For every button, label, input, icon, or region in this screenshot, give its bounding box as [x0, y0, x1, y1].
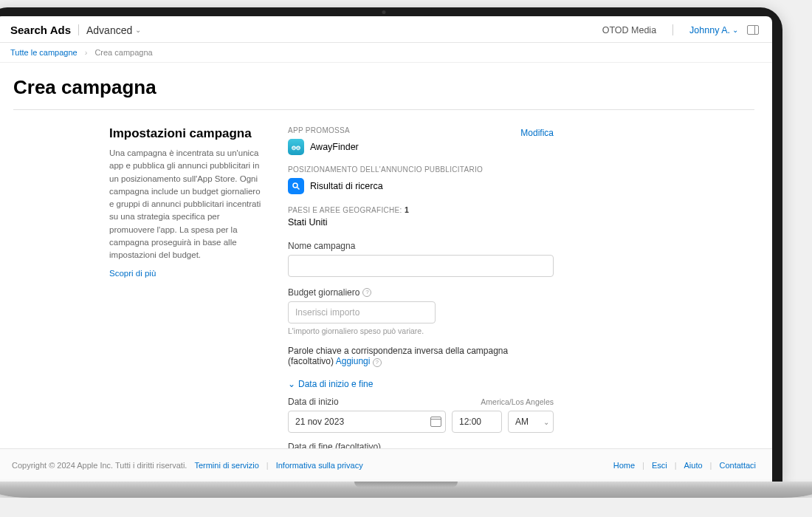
app-icon: ⌾⌾: [288, 139, 304, 155]
help-icon[interactable]: ?: [362, 288, 371, 297]
placement-value: Risultati di ricerca: [310, 181, 383, 191]
countries-label: PAESI E AREE GEOGRAFICHE:: [288, 206, 402, 214]
panel-toggle-icon[interactable]: [747, 25, 759, 35]
start-ampm-field: ⌄: [508, 411, 554, 433]
placement-icon: [288, 178, 304, 194]
daily-budget-caption: L'importo giornaliero speso può variare.: [288, 326, 436, 335]
top-header: Search Ads Advanced ⌄ OTOD Media Johnny …: [0, 16, 772, 43]
main-content: Crea campagna Impostazioni campagna Una …: [0, 63, 772, 448]
start-date-field: [288, 411, 446, 433]
title-divider: [13, 109, 754, 110]
user-menu[interactable]: Johnny A. ⌄: [689, 25, 738, 35]
chevron-down-icon: ⌄: [732, 26, 738, 34]
timezone-label: America/Los Angeles: [481, 397, 554, 406]
start-time-input[interactable]: [452, 411, 502, 433]
chevron-down-icon: ⌄: [543, 418, 549, 426]
tier-label: Advanced: [86, 24, 132, 36]
calendar-icon[interactable]: [430, 417, 441, 427]
logout-link[interactable]: Esci: [652, 461, 667, 470]
start-date-input[interactable]: [288, 411, 446, 433]
laptop-base-notch: [354, 482, 458, 487]
app-name: AwayFinder: [310, 142, 359, 152]
laptop-frame: Search Ads Advanced ⌄ OTOD Media Johnny …: [0, 7, 782, 482]
page-footer: Copyright © 2024 Apple Inc. Tutti i diri…: [0, 448, 772, 482]
footer-sep: |: [675, 461, 677, 470]
sidebar-heading: Impostazioni campagna: [109, 126, 264, 141]
footer-sep: |: [266, 461, 269, 470]
footer-sep: |: [642, 461, 644, 470]
breadcrumb: Tutte le campagne › Crea campagna: [0, 43, 772, 63]
add-negative-keywords-link[interactable]: Aggiungi: [336, 356, 371, 366]
countries-count: 1: [405, 205, 409, 214]
two-column-layout: Impostazioni campagna Una campagna è inc…: [13, 126, 754, 448]
daily-budget-field: Budget giornaliero ? L'importo giornalie…: [288, 287, 436, 335]
breadcrumb-separator: ›: [85, 48, 88, 57]
breadcrumb-current: Crea campagna: [94, 48, 152, 57]
dates-toggle-label: Data di inizio e fine: [298, 379, 373, 389]
laptop-base: [0, 482, 812, 498]
promoted-app-row: ⌾⌾ AwayFinder: [288, 139, 554, 155]
chevron-down-icon: ⌄: [135, 26, 141, 34]
home-link[interactable]: Home: [613, 461, 635, 470]
page-title: Crea campagna: [13, 76, 754, 99]
daily-budget-input[interactable]: [288, 301, 436, 323]
terms-link[interactable]: Termini di servizio: [194, 461, 258, 470]
end-date-label: Data di fine (facoltativo): [288, 442, 554, 448]
tier-dropdown[interactable]: Advanced ⌄: [86, 24, 141, 36]
countries-value: Stati Uniti: [288, 217, 554, 227]
breadcrumb-root[interactable]: Tutte le campagne: [10, 48, 78, 57]
header-divider: [78, 24, 79, 35]
negative-keywords-text: Parole chiave a corrispondenza inversa d…: [288, 346, 508, 366]
copyright-text: Copyright © 2024 Apple Inc. Tutti i diri…: [12, 461, 187, 470]
chevron-down-icon: ⌄: [288, 379, 295, 389]
countries-row: PAESI E AREE GEOGRAFICHE: 1 Stati Uniti: [288, 205, 554, 227]
svg-line-1: [297, 188, 300, 190]
org-name: OTOD Media: [602, 25, 656, 35]
start-date-label: Data di inizio: [288, 397, 339, 407]
sidebar-description: Una campagna è incentrata su un'unica ap…: [109, 147, 264, 261]
privacy-link[interactable]: Informativa sulla privacy: [276, 461, 363, 470]
svg-point-0: [293, 183, 297, 188]
campaign-name-field: Nome campagna: [288, 241, 554, 277]
start-date-row: ⌄: [288, 411, 554, 433]
footer-sep: |: [710, 461, 712, 470]
header-divider-2: [672, 24, 673, 35]
header-right: OTOD Media Johnny A. ⌄: [602, 24, 759, 35]
negative-keywords-row: Parole chiave a corrispondenza inversa d…: [288, 346, 554, 367]
laptop-camera: [382, 10, 386, 14]
dates-toggle[interactable]: ⌄ Data di inizio e fine: [288, 379, 554, 389]
app-screen: Search Ads Advanced ⌄ OTOD Media Johnny …: [0, 16, 772, 482]
learn-more-link[interactable]: Scopri di più: [109, 269, 156, 278]
brand-text: Search Ads: [10, 24, 71, 36]
help-icon[interactable]: ?: [373, 358, 382, 367]
settings-sidebar: Impostazioni campagna Una campagna è inc…: [109, 126, 264, 448]
start-time-field: [452, 411, 502, 433]
daily-budget-label: Budget giornaliero: [288, 287, 359, 298]
promoted-app-label: APP PROMOSSA: [288, 126, 350, 134]
placement-label: POSIZIONAMENTO DELL'ANNUNCIO PUBBLICITAR…: [288, 165, 554, 174]
campaign-name-label: Nome campagna: [288, 241, 554, 251]
placement-row: Risultati di ricerca: [288, 178, 554, 194]
edit-link[interactable]: Modifica: [520, 128, 554, 138]
campaign-name-input[interactable]: [288, 255, 554, 277]
help-link[interactable]: Aiuto: [684, 461, 703, 470]
user-name: Johnny A.: [689, 25, 730, 35]
campaign-form: APP PROMOSSA Modifica ⌾⌾ AwayFinder POSI…: [288, 126, 554, 448]
contact-link[interactable]: Contattaci: [719, 461, 756, 470]
